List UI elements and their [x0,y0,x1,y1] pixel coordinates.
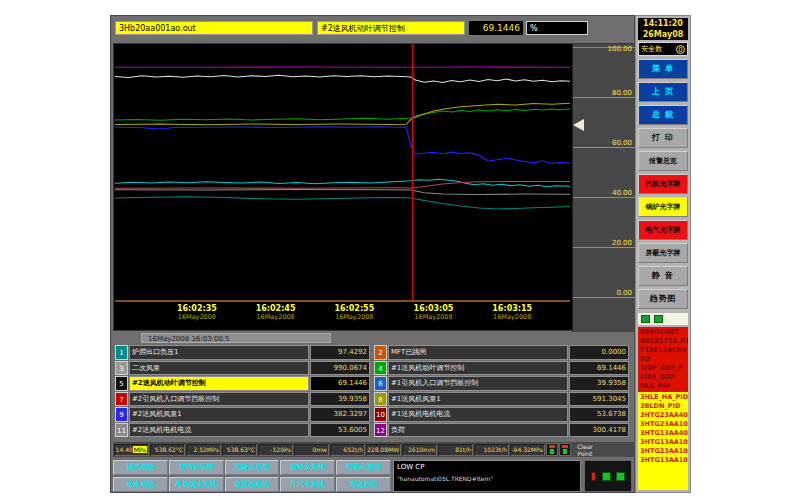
legend-row[interactable]: 8#1送风机风量1591.3045 [374,392,629,407]
pen-number: 2 [374,345,387,360]
legend-row[interactable]: 7#2引风机入口调节挡板控制39.9358 [115,392,370,407]
pen-label[interactable]: #2送风机电机电流 [129,423,309,438]
page-icon[interactable] [654,315,663,323]
system-nav-row-2: 给水系统高加疏水系统空预器系统开式水系统真空系统 [113,477,391,492]
system-nav-button[interactable]: 给水系统 [113,477,168,492]
y-axis: 100.0080.0060.0040.0020.000.00 [572,44,635,332]
alarm-item[interactable]: 1IDF_GZP [640,373,688,382]
alarm-message-box: LOW CP "hanautomati05L.TREND#Item" [393,460,581,492]
mute-button[interactable]: 静 音 [638,266,688,286]
indicator-green-bar [550,449,554,454]
status-value-box: 228.08MW [366,444,401,456]
legend-row[interactable]: 9#2送风机风量1382.3297 [115,407,370,422]
pen-legend: 16May2008 16:03:00.5 1炉膛出口负压197.42923二次风… [113,333,634,439]
masked-annunciator-button[interactable]: 屏蔽光字牌 [638,243,688,263]
legend-row[interactable]: 5#2送风机动叶调节控制69.1446 [115,376,370,391]
pen-label[interactable]: 负荷 [388,423,568,438]
legend-row[interactable]: 10#1送风机电机电流53.6738 [374,407,629,422]
alarm-item[interactable]: B99O18HT [640,328,688,337]
legend-row[interactable]: 12负荷300.4178 [374,423,629,438]
pen-number: 9 [115,407,128,422]
trend-file-field[interactable]: 3Hb20aa001ao.out [115,21,313,35]
trend-plot-area[interactable]: 16:02:3516May200816:02:4516May200816:02:… [113,43,634,331]
system-nav-button[interactable]: 空预器系统 [225,477,280,492]
trend-point-title[interactable]: #2送风机动叶调节控制 [317,21,465,35]
system-nav-button[interactable]: 开式水系统 [280,477,335,492]
status-value-box: 0mw [294,444,329,456]
axis-cursor-marker[interactable] [573,119,584,131]
overview-button[interactable]: 总 貌 [638,105,688,125]
alarm-item[interactable]: 3HTG23AA101 [640,420,688,429]
pen-label[interactable]: #1送风机风量1 [388,392,568,407]
x-axis-date: 16May2008 [241,313,311,321]
trend-line-pen1-furnace-outlet-pressure [115,179,570,187]
status-value-box: -94.32MPa [510,444,545,456]
pen-label[interactable]: #1送风机动叶调节控制 [388,361,568,376]
alarm-item[interactable]: D2 [640,355,688,364]
pen-number: 8 [374,392,387,407]
status-value-text: 14.40 [116,446,133,453]
alarm-item[interactable]: T18E12ACHT [640,346,688,355]
cursor-unit-readout: % [526,21,588,35]
alarm-item[interactable]: 3HLE_HA_PID [640,393,688,402]
alarm-item[interactable]: 3HTG13AA401 [640,429,688,438]
plant-status-strip: 14.40MPa538.62°C2.52MPa538.63°C-120Pa0mw… [113,442,634,457]
alarm-item[interactable]: 3BLDN_PID [640,402,688,411]
pen-value: 300.4178 [569,423,629,438]
turbine-annunciator-button[interactable]: 汽机光字牌 [638,174,688,194]
alarm-item[interactable]: 3HTG13AA101 [640,456,688,465]
legend-row[interactable]: 6#1引风机入口调节挡板控制39.9358 [374,376,629,391]
status-value-box: 2.52MPa [186,444,221,456]
system-nav-button[interactable]: 真空系统 [336,477,391,492]
alarm-item[interactable]: 3HTG23AA401 [640,411,688,420]
prev-page-button[interactable]: 上 页 [638,82,688,102]
pen-label[interactable]: #1送风机电机电流 [388,407,568,422]
status-led-panel [584,460,632,492]
pen-label[interactable]: 二次风量 [129,361,309,376]
legend-left-column: 1炉膛出口负压197.42923二次风量990.06745#2送风机动叶调节控制… [115,345,370,437]
pen-number: 12 [374,423,387,438]
alarm-item[interactable]: 1IDF_GZP_F [640,364,688,373]
trend-button[interactable]: 趋势图 [638,289,688,309]
y-axis-tick [573,247,635,248]
pen-label[interactable]: #2送风机风量1 [129,407,309,422]
x-axis-date: 16May2008 [477,313,547,321]
pen-label[interactable]: #1引风机入口调节挡板控制 [388,376,568,391]
x-axis-label: 16:02:5516May2008 [319,304,389,321]
sidebar-buttons: 菜 单上 页总 貌打 印报警总览汽机光字牌锅炉光字牌电气光字牌屏蔽光字牌静 音趋… [638,56,688,309]
system-nav-button[interactable]: 抽汽系统 [113,460,168,475]
legend-row[interactable]: 2MFT已跳闸0.0000 [374,345,629,360]
system-nav-button[interactable]: 闭式水系统 [336,460,391,475]
system-nav-button[interactable]: 润滑油系统 [225,460,280,475]
pen-label[interactable]: MFT已跳闸 [388,345,568,360]
trend-line-pen4-fan1-blade-control [115,109,570,121]
menu-button[interactable]: 菜 单 [638,59,688,79]
pen-label[interactable]: #2送风机动叶调节控制 [129,376,309,391]
pen-label[interactable]: #2引风机入口调节挡板控制 [129,392,309,407]
alarm-item[interactable]: N01E175S.#1 [640,337,688,346]
x-axis-label: 16:02:4516May2008 [241,304,311,321]
trend-main-panel: 3Hb20aa001ao.out #2送风机动叶调节控制 69.1446 % 1… [110,15,635,493]
pen-value: 53.6005 [310,423,370,438]
pen-label[interactable]: 炉膛出口负压1 [129,345,309,360]
alarm-item[interactable]: 3HTG13AA101 [640,438,688,447]
legend-row[interactable]: 3二次风量990.0674 [115,361,370,376]
legend-row[interactable]: 4#1送风机动叶调节控制69.1446 [374,361,629,376]
legend-row[interactable]: 11#2送风机电机电流53.6005 [115,423,370,438]
boiler-annunciator-button[interactable]: 锅炉光字牌 [638,197,688,217]
electrical-annunciator-button[interactable]: 电气光字牌 [638,220,688,240]
alarm-item[interactable]: 3HTG23AA101 [640,447,688,456]
pen-value: 382.3297 [310,407,370,422]
clear-point-button[interactable]: Clear Point [572,443,598,457]
system-nav-button[interactable]: 高加疏水系统 [169,477,224,492]
alarm-summary-button[interactable]: 报警总览 [638,151,688,171]
print-button[interactable]: 打 印 [638,128,688,148]
pen-value: 97.4292 [310,345,370,360]
legend-row[interactable]: 1炉膛出口负压197.4292 [115,345,370,360]
system-nav-button[interactable]: 循环水系统 [280,460,335,475]
alarm-item[interactable]: NLE_PAF [640,382,688,391]
pen-number: 1 [115,345,128,360]
indicator-red-bar [562,445,568,448]
system-nav-button[interactable]: 凝结水系统 [169,460,224,475]
ack-icon[interactable] [641,315,650,323]
